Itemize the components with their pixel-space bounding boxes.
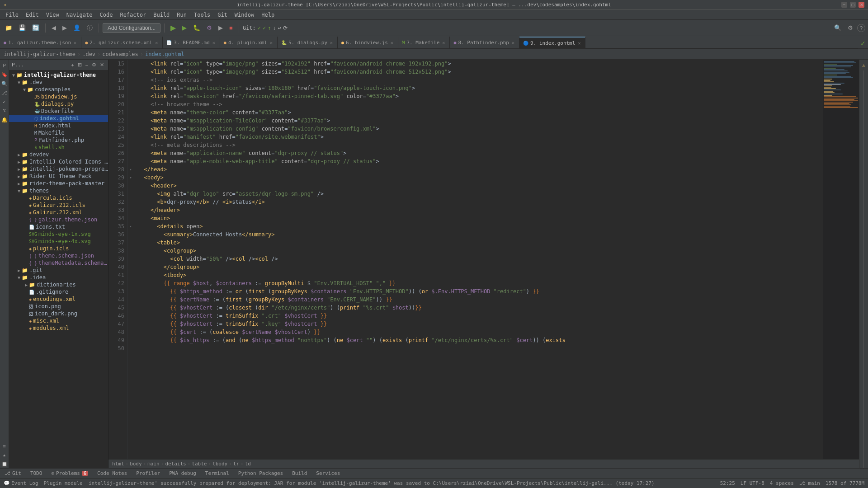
status-encoding[interactable]: LF UTF-8 <box>741 480 764 486</box>
tree-index-gohtml[interactable]: ⬡ index.gohtml <box>9 115 108 122</box>
menu-run[interactable]: Run <box>173 11 190 19</box>
add-configuration-button[interactable]: Add Configuration... <box>103 23 160 33</box>
bc-codesamples[interactable]: codesamples <box>102 51 138 57</box>
tree-icons-txt[interactable]: 📄 icons.txt <box>9 223 108 230</box>
run-with-profiler[interactable]: ▶ <box>216 23 225 33</box>
tab-5-close[interactable]: ✕ <box>329 40 334 45</box>
fold-35[interactable]: ▾ <box>129 224 132 229</box>
fold-29[interactable]: ▾ <box>129 175 132 180</box>
profile-button[interactable]: 👤 <box>71 23 83 33</box>
minimize-button[interactable]: − <box>841 2 847 8</box>
registry-icon[interactable]: 🔲 <box>0 460 9 468</box>
tab-6[interactable]: ● 6. bindview.js ✕ <box>338 37 398 48</box>
proj-collapse-btn[interactable]: − <box>84 61 90 68</box>
tree-shell[interactable]: $ shell.sh <box>9 144 108 151</box>
run-coverage[interactable]: ⚙ <box>204 23 214 33</box>
tree-icon-dark[interactable]: 🖼 icon_dark.png <box>9 310 108 317</box>
notifications-icon[interactable]: 🔔 <box>0 116 9 124</box>
structure-icon[interactable]: ≡ <box>0 442 9 450</box>
tab-9[interactable]: 🔵 9. index.gohtml ✕ <box>519 37 585 48</box>
menu-edit[interactable]: Edit <box>22 11 42 19</box>
commit-icon[interactable]: ✓ <box>0 98 9 106</box>
tab-1-close[interactable]: ✕ <box>73 40 77 45</box>
tree-icon-png[interactable]: 🖼 icon.png <box>9 303 108 310</box>
tab-8-close[interactable]: ✕ <box>511 40 515 45</box>
maximize-button[interactable]: □ <box>850 2 856 8</box>
bottom-tab-git[interactable]: ⎇ Git <box>0 469 26 477</box>
code-content[interactable]: <link rel="icon" type="image/png" sizes=… <box>134 60 823 459</box>
path-table[interactable]: table <box>192 461 207 467</box>
tree-idea[interactable]: ▼ 📁 .idea <box>9 274 108 281</box>
tab-8[interactable]: ● 8. Pathfinder.php ✕ <box>450 37 519 48</box>
debug-button[interactable]: 🐛 <box>191 23 203 33</box>
tree-modules-xml[interactable]: ◈ modules.xml <box>9 324 108 332</box>
right-icon-1[interactable]: ⚠ <box>860 61 868 70</box>
minimap[interactable] <box>823 60 859 459</box>
menu-window[interactable]: Window <box>231 11 258 19</box>
pr-icon[interactable]: ⌥ <box>0 107 9 115</box>
run2-button[interactable]: ▶ <box>180 23 189 33</box>
bottom-tab-services[interactable]: Services <box>311 469 344 477</box>
tab-3[interactable]: 📄 3. README.md ✕ <box>163 37 220 48</box>
menu-file[interactable]: File <box>2 11 22 19</box>
proj-add-btn[interactable]: + <box>70 61 75 68</box>
tree-minds-4x[interactable]: SVG minds-eye-4x.svg <box>9 238 108 245</box>
tree-plugin-icls[interactable]: ◈ plugin.icls <box>9 245 108 252</box>
tab-1[interactable]: ● 1. galizur.theme.json ✕ <box>0 37 81 48</box>
tree-minds-1x[interactable]: SVG minds-eye-1x.svg <box>9 230 108 238</box>
path-tbody[interactable]: tbody <box>212 461 227 467</box>
tree-rider-master[interactable]: ▶ 📁 rider-theme-pack-master <box>9 180 108 187</box>
tree-galizur212-xml[interactable]: ◈ Galizur.212.xml <box>9 209 108 216</box>
menu-view[interactable]: View <box>42 11 63 19</box>
tab-4-close[interactable]: ✕ <box>269 40 274 45</box>
menu-code[interactable]: Code <box>96 11 117 19</box>
bottom-tab-todo[interactable]: TODO <box>26 469 47 477</box>
proj-scope-btn[interactable]: ⊞ <box>76 61 83 68</box>
tree-galizur212-icls[interactable]: ◈ Galizur.212.icls <box>9 202 108 209</box>
menu-build[interactable]: Build <box>150 11 173 19</box>
back-button[interactable]: ◀ <box>49 23 58 33</box>
path-main[interactable]: main <box>147 461 160 467</box>
fold-28[interactable]: ▾ <box>129 167 132 172</box>
save-button[interactable]: 💾 <box>16 23 28 33</box>
run-button[interactable]: ▶ <box>168 22 178 33</box>
tree-themes[interactable]: ▼ 📁 themes <box>9 187 108 194</box>
proj-settings-btn[interactable]: ⚙ <box>90 61 98 68</box>
tab-5[interactable]: 🐍 5. dialogs.py ✕ <box>278 37 338 48</box>
tab-6-close[interactable]: ✕ <box>390 40 394 45</box>
bookmarks-icon[interactable]: 🔖 <box>0 70 9 79</box>
menu-tools[interactable]: Tools <box>190 11 214 19</box>
tree-rider-ui[interactable]: ▶ 📁 Rider UI Theme Pack <box>9 173 108 180</box>
search-everywhere-button[interactable]: 🔍 <box>832 23 844 33</box>
tree-pokemon[interactable]: ▶ 📁 intellij-pokemon-progress-r <box>9 165 108 173</box>
tree-index-html[interactable]: H index.html <box>9 122 108 129</box>
bottom-tab-python[interactable]: Python Packages <box>234 469 288 477</box>
status-line-col[interactable]: 52:25 <box>720 480 735 486</box>
status-branch[interactable]: ⎇ main <box>799 480 820 486</box>
path-details[interactable]: details <box>165 461 186 467</box>
path-td[interactable]: td <box>245 461 251 467</box>
proj-close-btn[interactable]: ✕ <box>99 61 105 68</box>
help-button[interactable]: ? <box>857 24 865 32</box>
path-html[interactable]: html <box>112 461 124 467</box>
favorites-icon[interactable]: ★ <box>0 451 9 459</box>
bottom-tab-code-notes[interactable]: Code Notes <box>93 469 132 477</box>
tree-encodings[interactable]: ◈ encodings.xml <box>9 296 108 303</box>
status-memory[interactable]: 1578 of 7778M <box>826 480 864 486</box>
tree-dev[interactable]: ▼ 📁 .dev <box>9 79 108 86</box>
tree-darcula[interactable]: ◈ Darcula.icls <box>9 194 108 202</box>
bottom-tab-build[interactable]: Build <box>288 469 311 477</box>
stop-button[interactable]: ■ <box>227 23 235 33</box>
find-icon[interactable]: 🔍 <box>0 80 9 88</box>
forward-button[interactable]: ▶ <box>60 23 69 33</box>
bottom-tab-terminal[interactable]: Terminal <box>201 469 234 477</box>
tree-bindview[interactable]: JS bindview.js <box>9 93 108 100</box>
open-file-button[interactable]: 📁 <box>3 23 14 33</box>
tree-gitignore[interactable]: 📄 .gitignore <box>9 288 108 296</box>
settings-button[interactable]: ⚙ <box>845 23 855 33</box>
menu-git[interactable]: Git <box>214 11 231 19</box>
tree-dicts[interactable]: ▶ 📁 dictionaries <box>9 281 108 288</box>
tree-devdev[interactable]: ▶ 📁 devdev <box>9 151 108 158</box>
menu-help[interactable]: Help <box>258 11 278 19</box>
tree-dialogs[interactable]: 🐍 dialogs.py <box>9 100 108 108</box>
